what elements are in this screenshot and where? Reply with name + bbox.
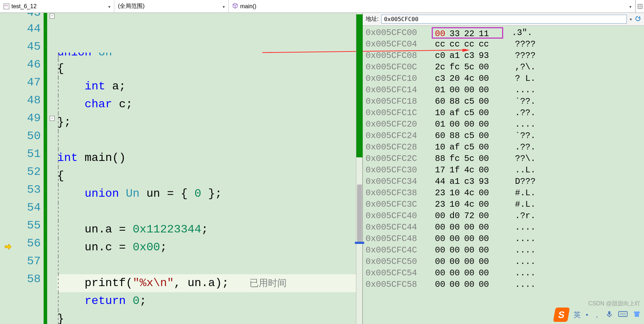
- memory-address: 0x005CFC34: [366, 176, 426, 187]
- breakpoint-gutter[interactable]: [0, 252, 15, 270]
- doc-icon: [4, 4, 9, 9]
- scope-function-label: main(): [240, 3, 256, 10]
- ime-dot-icon[interactable]: •: [586, 311, 588, 319]
- code-editor[interactable]: 43444546474849505152535455565758 −− unio…: [0, 13, 363, 324]
- memory-ascii: .??.: [515, 142, 536, 153]
- memory-bytes: 00000000: [435, 245, 506, 256]
- fold-toggle[interactable]: −: [50, 116, 55, 121]
- memory-row[interactable]: 0x005CFC0C2cfc5c00,?\.: [366, 62, 644, 73]
- caret-indicator: [355, 242, 364, 244]
- fold-toggle[interactable]: −: [50, 14, 55, 19]
- breakpoint-gutter[interactable]: [0, 270, 15, 288]
- memory-row[interactable]: 0x005CFC2001000000....: [366, 119, 644, 130]
- code-line[interactable]: un.a = 0x11223344;: [57, 221, 356, 239]
- memory-row[interactable]: 0x005CFC246088c500`??.: [366, 130, 644, 142]
- memory-ascii: ....: [515, 222, 536, 233]
- memory-bytes: 23104c00: [435, 187, 506, 199]
- shirt-icon[interactable]: [633, 310, 641, 320]
- memory-bytes: 00332211: [432, 27, 503, 39]
- scope-function-dropdown[interactable]: main(): [229, 0, 635, 13]
- split-editor-button[interactable]: [635, 0, 644, 13]
- chevron-down-icon[interactable]: ▾: [630, 17, 632, 22]
- code-line[interactable]: {: [57, 167, 356, 185]
- scope-file-dropdown[interactable]: test_6_12: [0, 0, 114, 13]
- breakpoint-gutter[interactable]: [0, 20, 15, 38]
- breakpoint-gutter[interactable]: [0, 13, 15, 20]
- memory-bytes: c3204c00: [435, 73, 506, 84]
- memory-bytes: 01000000: [435, 84, 506, 96]
- memory-body[interactable]: 0x005CFC0000332211.3".0x005CFC04cccccccc…: [363, 26, 644, 324]
- code-line[interactable]: [57, 131, 356, 149]
- breakpoint-gutter[interactable]: [0, 38, 15, 56]
- code-line[interactable]: int a;: [57, 78, 356, 95]
- breakpoint-gutter[interactable]: [0, 56, 15, 74]
- code-line[interactable]: [57, 203, 356, 221]
- code-line[interactable]: union Un: [57, 53, 356, 60]
- code-line[interactable]: int main(): [57, 149, 356, 167]
- address-input[interactable]: [381, 15, 627, 24]
- memory-panel: 地址: ▾ 0x005CFC0000332211.3".0x005CFC04cc…: [363, 13, 644, 324]
- memory-ascii: ,?\.: [515, 62, 536, 73]
- chevron-down-icon: [223, 3, 225, 10]
- memory-row[interactable]: 0x005CFC30171f4c00..L.: [366, 165, 644, 176]
- memory-ascii: .?r.: [515, 210, 536, 222]
- breakpoint-gutter[interactable]: [0, 145, 15, 163]
- breakpoint-gutter[interactable]: [0, 235, 15, 252]
- memory-row[interactable]: 0x005CFC5800000000....: [366, 279, 644, 290]
- memory-row[interactable]: 0x005CFC5000000000....: [366, 256, 644, 267]
- breakpoint-gutter[interactable]: [0, 109, 15, 127]
- scroll-thumb[interactable]: [357, 185, 362, 242]
- memory-row[interactable]: 0x005CFC4C00000000....: [366, 245, 644, 256]
- watermark: CSDN @甜甜向上吖: [588, 300, 640, 308]
- code-line[interactable]: };: [57, 113, 356, 131]
- memory-row[interactable]: 0x005CFC0000332211.3".: [366, 27, 644, 39]
- memory-row[interactable]: 0x005CFC2810afc500.??.: [366, 142, 644, 153]
- code-line[interactable]: }: [57, 310, 356, 324]
- ime-lang[interactable]: 英: [574, 310, 581, 320]
- memory-row[interactable]: 0x005CFC3C23104c00#.L.: [366, 199, 644, 210]
- memory-row[interactable]: 0x005CFC186088c500`??.: [366, 96, 644, 107]
- code-line[interactable]: [57, 256, 356, 274]
- memory-row[interactable]: 0x005CFC1C10afc500.??.: [366, 107, 644, 119]
- memory-address: 0x005CFC2C: [366, 153, 426, 165]
- breakpoint-gutter[interactable]: [0, 74, 15, 92]
- refresh-button[interactable]: [635, 15, 641, 23]
- code-line[interactable]: un.c = 0x00;: [57, 239, 356, 256]
- code-line[interactable]: char c;: [57, 95, 356, 113]
- breakpoint-gutter[interactable]: [0, 163, 15, 181]
- editor-scrollbar[interactable]: [356, 13, 362, 324]
- breakpoint-gutter[interactable]: [0, 127, 15, 145]
- memory-row[interactable]: 0x005CFC3823104c00#.L.: [366, 187, 644, 199]
- code-line[interactable]: {: [57, 60, 356, 78]
- memory-row[interactable]: 0x005CFC1401000000....: [366, 84, 644, 96]
- memory-address: 0x005CFC18: [366, 96, 426, 107]
- code-line[interactable]: union Un un = { 0 };: [57, 185, 356, 203]
- memory-row[interactable]: 0x005CFC10c3204c00? L.: [366, 73, 644, 84]
- memory-bytes: 2cfc5c00: [435, 62, 506, 73]
- breakpoint-gutter[interactable]: [0, 199, 15, 217]
- ime-punct[interactable]: ，: [593, 310, 600, 320]
- memory-row[interactable]: 0x005CFC4800000000....: [366, 233, 644, 245]
- memory-row[interactable]: 0x005CFC2C88fc5c00??\.: [366, 153, 644, 165]
- memory-row[interactable]: 0x005CFC04cccccccc????: [366, 39, 644, 50]
- memory-address: 0x005CFC0C: [366, 62, 426, 73]
- breakpoint-gutter[interactable]: [0, 181, 15, 199]
- scope-global-dropdown[interactable]: (全局范围): [114, 0, 229, 13]
- breakpoint-gutter[interactable]: [0, 217, 15, 235]
- memory-row[interactable]: 0x005CFC3444a1c393D???: [366, 176, 644, 187]
- code-line[interactable]: return 0;: [57, 292, 356, 310]
- mic-icon[interactable]: [605, 310, 613, 320]
- memory-row[interactable]: 0x005CFC5400000000....: [366, 267, 644, 279]
- line-number: 46: [15, 56, 41, 74]
- code-line[interactable]: printf("%x\n", un.a); 已用时间: [57, 274, 356, 292]
- memory-row[interactable]: 0x005CFC4000d07200.?r.: [366, 210, 644, 222]
- memory-row[interactable]: 0x005CFC08c0a1c393????: [366, 50, 644, 62]
- keyboard-icon[interactable]: [618, 310, 628, 320]
- line-number: 52: [15, 163, 41, 181]
- memory-bytes: 10afc500: [435, 107, 506, 119]
- memory-bytes: 6088c500: [435, 96, 506, 107]
- memory-bytes: 01000000: [435, 119, 506, 130]
- memory-row[interactable]: 0x005CFC4400000000....: [366, 222, 644, 233]
- breakpoint-gutter[interactable]: [0, 92, 15, 109]
- sogou-logo-icon[interactable]: S: [553, 308, 570, 322]
